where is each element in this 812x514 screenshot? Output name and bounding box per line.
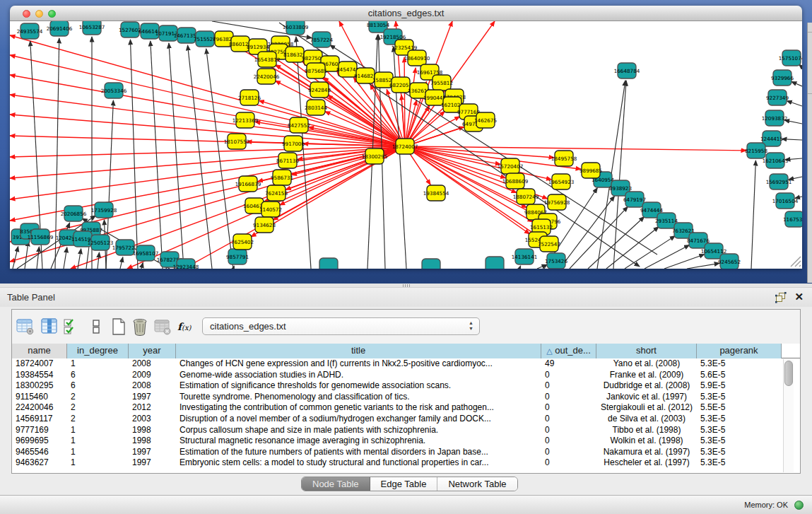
cell-short[interactable]: Tibbo et al. (1998) [596,425,697,436]
edge[interactable] [169,43,184,269]
cell-in_degree[interactable]: 1 [67,457,129,469]
graph-node[interactable] [486,257,504,269]
cell-year[interactable]: 2012 [129,402,176,414]
cell-short[interactable]: Dudbridge et al. (2008) [596,380,697,392]
graph-node[interactable]: 1140572 [259,201,282,217]
graph-node[interactable]: 16033809 [283,21,309,35]
graph-node[interactable]: 9586731 [271,170,293,185]
cell-short[interactable]: de Silva et al. (2003) [596,414,697,425]
delete-column-trash-icon[interactable] [131,317,149,336]
graph-node[interactable]: 9899685 [579,163,602,178]
edge[interactable] [782,139,802,140]
graph-node[interactable]: 9329966 [771,70,794,86]
graph-node[interactable]: 16543812 [254,52,281,67]
column-header-name[interactable]: name [12,344,67,358]
edge[interactable] [751,160,755,269]
column-header-short[interactable]: short [596,344,697,358]
citation-graph[interactable]: 2493557420691406106532872005334615276026… [10,21,802,269]
cell-name[interactable]: 14569117 [12,414,67,425]
table-row[interactable]: 977716911998Corpus callosum shape and si… [12,425,800,436]
cell-pagerank[interactable]: 5.3E-5 [697,447,782,458]
cell-in_degree[interactable]: 2 [67,414,129,425]
cell-name[interactable]: 18724007 [12,358,67,370]
graph-node[interactable]: 9875685 [305,63,327,78]
cell-in_degree[interactable]: 1 [67,436,129,447]
cell-title[interactable]: Corpus callosum shape and size in male p… [176,425,541,436]
splitter-grip-icon[interactable] [403,284,410,287]
graph-node[interactable]: 1753426 [545,253,567,269]
graph-node[interactable]: 7522547 [538,236,560,252]
graph-node[interactable]: 11156869 [28,229,54,245]
table-row[interactable]: 1830029562008Estimation of significance … [12,380,800,392]
graph-node[interactable]: 16210643 [763,153,789,168]
cell-name[interactable]: 9699695 [12,436,67,447]
table-row[interactable]: 1938455462009Genome-wide association stu… [12,370,800,381]
float-panel-icon[interactable] [775,292,787,303]
cell-name[interactable]: 18300295 [12,380,67,392]
graph-node[interactable]: 9917006 [282,136,305,151]
edge[interactable] [792,82,802,86]
cell-pagerank[interactable]: 5.3E-5 [697,436,782,447]
graph-node[interactable]: 1462675 [474,112,497,128]
graph-node[interactable]: 17359928 [91,202,117,218]
graph-node[interactable]: 20691406 [47,21,73,36]
edge[interactable] [13,247,18,269]
edge[interactable] [613,81,626,269]
cell-year[interactable]: 2009 [129,370,176,381]
cell-short[interactable]: Stergiakouli et al. (2012) [596,402,697,414]
cell-out_de[interactable]: 0 [541,414,596,425]
graph-node[interactable]: 15720407 [498,158,524,174]
cell-year[interactable]: 1997 [129,392,176,403]
graph-node[interactable]: 9857791 [226,249,249,264]
cell-in_degree[interactable]: 1 [67,358,129,370]
cell-pagerank[interactable]: 5.3E-5 [697,425,782,436]
graph-node[interactable]: 19384554 [423,185,449,201]
network-canvas[interactable]: 2493557420691406106532872005334615276026… [10,21,802,269]
cell-year[interactable]: 1998 [129,425,176,436]
edge[interactable] [787,101,802,106]
graph-node[interactable]: 12093832 [762,110,788,126]
column-header-pagerank[interactable]: pagerank [697,344,782,358]
column-visibility-icon[interactable] [40,317,59,336]
cell-out_de[interactable]: 0 [541,425,596,436]
select-columns-checklist-icon[interactable] [63,317,81,336]
graph-node[interactable]: 19756928 [544,194,570,210]
graph-node[interactable]: 17016504 [772,193,799,209]
tab-edge-table[interactable]: Edge Table [370,477,438,491]
cell-out_de[interactable]: 0 [541,370,596,381]
cell-name[interactable]: 22420046 [12,402,67,414]
edge[interactable] [64,247,67,269]
graph-node[interactable]: 9245652 [718,254,741,269]
cell-year[interactable]: 2003 [129,414,176,425]
edge[interactable] [25,241,28,269]
table-settings-icon[interactable] [16,317,35,336]
column-header-year[interactable]: year [129,344,176,358]
selected-edge[interactable] [10,136,405,146]
zoom-button[interactable] [48,10,56,18]
scrollbar-thumb[interactable] [784,361,793,386]
cell-short[interactable]: Jankovic et al. (1997) [596,392,697,403]
minimize-button[interactable] [35,10,43,18]
selected-edge[interactable] [10,35,405,146]
cell-in_degree[interactable]: 1 [67,425,129,436]
edge[interactable] [151,41,163,269]
cell-short[interactable]: Franke et al. (2009) [596,370,697,381]
edge[interactable] [120,257,123,269]
cell-short[interactable]: Hescheler et al. (1997) [596,457,697,469]
cell-short[interactable]: Nakamura et al. (1997) [596,447,697,458]
graph-node[interactable]: 7955812 [430,75,453,90]
cell-out_de[interactable]: 0 [541,392,596,403]
table-row[interactable]: 911546021997Tourette syndrome. Phenomeno… [12,392,800,403]
edge[interactable] [519,266,521,269]
graph-node[interactable]: 14136141 [512,249,538,264]
edge[interactable] [206,49,233,269]
cell-in_degree[interactable]: 1 [67,447,129,458]
graph-node[interactable]: 9242848 [308,82,331,98]
cell-out_de[interactable]: 0 [541,436,596,447]
cell-title[interactable]: Tourette syndrome. Phenomenology and cla… [176,392,541,403]
cell-short[interactable]: Yano et al. (2008) [596,358,697,370]
cell-title[interactable]: Changes of HCN gene expression and I(f) … [176,358,541,370]
table-row[interactable]: 1872400712008Changes of HCN gene express… [12,358,800,370]
cell-year[interactable]: 1997 [129,457,176,469]
table-row[interactable]: 2242004622012Investigating the contribut… [12,402,800,414]
